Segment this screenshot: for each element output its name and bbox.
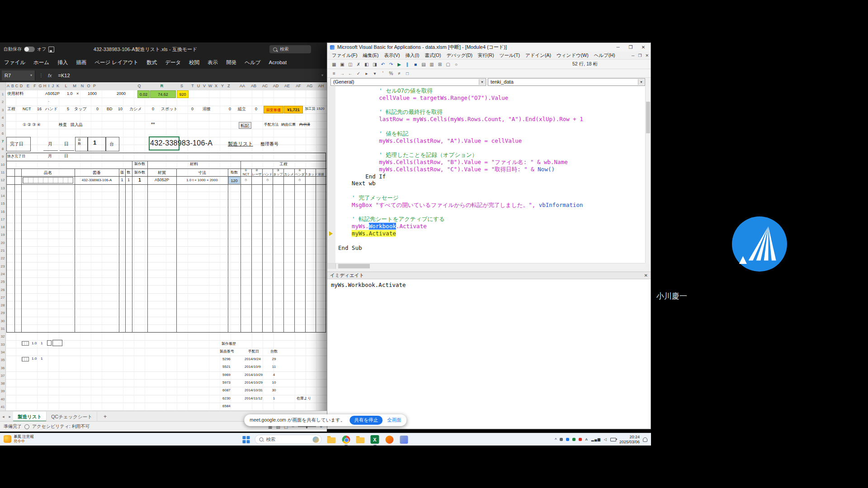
grid-cell[interactable]: 0 — [96, 107, 99, 112]
grid-cell[interactable]: 1.0 — [67, 91, 73, 96]
row-header-38[interactable]: 38 — [0, 380, 5, 387]
grid-cell[interactable]: 16 — [37, 107, 42, 112]
row-header-22[interactable]: 22 — [0, 254, 5, 262]
row-header-1[interactable]: 1 — [0, 90, 5, 98]
menu-挿入(I)[interactable]: 挿入(I) — [402, 52, 422, 59]
grid-cell[interactable]: 日 — [64, 154, 68, 159]
drawing-number[interactable]: 432-338983-106-A — [150, 139, 212, 147]
column-header-AG[interactable]: AG — [307, 84, 312, 88]
grid-cell[interactable]: ** — [151, 122, 155, 127]
toolbar-icon[interactable]: ⊞ — [436, 61, 444, 68]
row-header-8[interactable]: 8 — [0, 145, 5, 153]
grid-cell[interactable]: 4 — [269, 373, 279, 377]
column-header-Y[interactable]: Y — [221, 84, 224, 88]
code-line[interactable]: lastRow = myWs.Cells(myWs.Rows.Count, "A… — [338, 116, 645, 123]
menu-ツール(T)[interactable]: ツール(T) — [497, 52, 523, 59]
toolbar-icon[interactable]: ▾ — [371, 70, 379, 77]
row-header-21[interactable]: 21 — [0, 247, 5, 254]
grid-cell[interactable]: 材質 — [147, 170, 176, 175]
grid-cell[interactable]: 在庫より — [297, 396, 311, 401]
grid-cell[interactable]: 6584 — [222, 404, 231, 408]
tray-icon[interactable] — [579, 438, 582, 441]
row-header-28[interactable]: 28 — [0, 301, 5, 309]
menu-実行(R)[interactable]: 実行(R) — [475, 52, 497, 59]
row-header-40[interactable]: 40 — [0, 395, 5, 403]
ribbon-tab-データ[interactable]: データ — [161, 56, 185, 69]
grid-cell[interactable]: 取数 — [228, 170, 241, 175]
toolbar-icon[interactable]: ∥ — [403, 61, 411, 68]
column-header-K[interactable]: K — [57, 84, 59, 88]
row-header-2[interactable]: 2 — [0, 98, 5, 106]
sheet-nav-right-icon[interactable]: ▸ — [7, 414, 14, 419]
grid-cell[interactable]: 手配方法 — [264, 122, 278, 127]
row-header-11[interactable]: 11 — [0, 169, 5, 176]
row-header-17[interactable]: 17 — [0, 216, 5, 223]
row-header-41[interactable]: 41 — [0, 403, 5, 411]
grid-cell[interactable]: 抜き完了日 — [7, 154, 25, 159]
column-header-AA[interactable]: AA — [240, 84, 245, 88]
grid-cell[interactable]: 完了日 — [10, 141, 24, 147]
code-vertical-scrollbar[interactable] — [645, 86, 651, 263]
grid-cell[interactable]: 品名 — [21, 170, 75, 175]
browser-app-icon[interactable] — [385, 435, 394, 444]
column-header-Q[interactable]: Q — [137, 84, 141, 88]
grid-cell[interactable]: 購入品 — [71, 122, 83, 127]
grid-cell[interactable]: 5 — [67, 107, 69, 112]
row-header-33[interactable]: 33 — [0, 341, 5, 348]
grid-cell[interactable]: 寸法 — [176, 170, 228, 175]
column-header-AB[interactable]: AB — [251, 84, 256, 88]
row-header-24[interactable]: 24 — [0, 270, 5, 278]
child-close-icon[interactable]: ✕ — [645, 53, 649, 58]
menu-編集(E)[interactable]: 編集(E) — [360, 52, 381, 59]
column-header-T[interactable]: T — [191, 84, 194, 88]
part-thumbnail[interactable] — [23, 177, 73, 183]
toolbar-icon[interactable]: ✓ — [354, 70, 363, 77]
ribbon-tab-ヘルプ[interactable]: ヘルプ — [241, 56, 264, 69]
procedure-dropdown[interactable]: tenki_data ▼ — [488, 78, 645, 86]
row-header-27[interactable]: 27 — [0, 294, 5, 301]
grid-cell[interactable]: 2014/11/12 — [245, 396, 262, 401]
row-header-10[interactable]: 10 — [0, 161, 5, 169]
grid-cell[interactable]: 1 — [41, 357, 42, 361]
formula-expand-icon[interactable]: ▾ — [321, 73, 323, 77]
formula-options-icon[interactable]: ⋮ — [39, 73, 43, 78]
grid-cell[interactable]: ① — [241, 169, 251, 172]
code-line[interactable] — [338, 237, 645, 244]
grid-cell[interactable]: 数 — [78, 142, 81, 145]
grid-cell[interactable]: 工程 — [241, 162, 326, 167]
grid-cell[interactable]: 0 — [229, 107, 231, 112]
code-line[interactable]: myWs.Cells(lastRow, "A").Value = cellVal… — [338, 137, 645, 145]
grid-cell[interactable]: 整理番号 — [260, 141, 278, 147]
grid-cell[interactable]: 1 — [269, 396, 279, 401]
grid-cell[interactable]: A5052P — [147, 178, 176, 183]
network-icon[interactable]: ▂▄▆ — [591, 437, 601, 441]
row-header-29[interactable]: 29 — [0, 309, 5, 317]
grid-cell[interactable]: 5973 — [222, 380, 231, 385]
code-line[interactable] — [338, 144, 645, 151]
grid-cell[interactable]: NCT — [241, 173, 251, 176]
menu-ヘルプ(H)[interactable]: ヘルプ(H) — [591, 52, 618, 59]
grid-cell[interactable]: 溶接 — [316, 173, 326, 176]
row-header-37[interactable]: 37 — [0, 372, 5, 380]
code-line[interactable]: End Sub — [338, 244, 645, 252]
grid-cell[interactable] — [47, 340, 52, 346]
column-header-B[interactable]: B — [11, 84, 14, 88]
grid-cell[interactable]: ¥1,721 — [284, 106, 303, 113]
column-header-J[interactable]: J — [52, 84, 54, 88]
grid-cell[interactable]: 内示済 — [299, 122, 310, 127]
grid-cell[interactable]: 11 — [269, 365, 279, 369]
tray-icon[interactable] — [572, 438, 576, 441]
ime-indicator[interactable]: A — [585, 437, 588, 441]
minimize-icon[interactable]: ─ — [612, 43, 624, 51]
menu-アドイン(A)[interactable]: アドイン(A) — [523, 52, 554, 59]
menu-ファイル(F)[interactable]: ファイル(F) — [329, 52, 360, 59]
grid-cell[interactable]: 1520 — [316, 107, 325, 111]
code-line[interactable]: MsgBox "すべての開いているファイルからの転記が完了しました。", vbI… — [338, 202, 645, 209]
toolbar-icon[interactable]: ▥ — [428, 61, 436, 68]
tray-icon[interactable] — [566, 438, 569, 441]
grid-cell[interactable]: 台数 — [270, 349, 278, 354]
worksheet-grid[interactable] — [5, 90, 327, 411]
grid-cell[interactable]: タップ — [273, 173, 283, 176]
row-header-4[interactable]: 4 — [0, 114, 5, 122]
grid-cell[interactable]: 920 — [177, 90, 189, 98]
